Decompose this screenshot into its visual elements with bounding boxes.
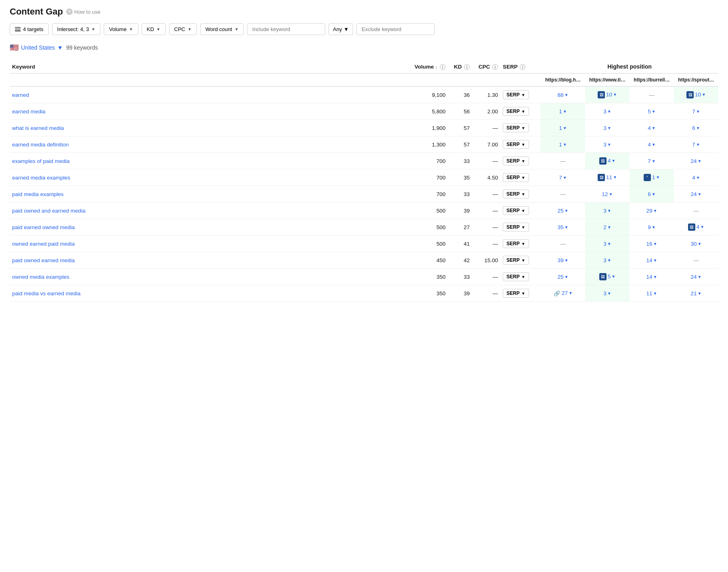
position-value: 3▼ — [603, 257, 611, 263]
position-caret: ▼ — [652, 225, 656, 230]
position-cell: 24▼ — [674, 186, 718, 202]
keyword-link[interactable]: paid media vs earned media — [12, 290, 81, 296]
position-cell: 88▼ — [541, 86, 585, 103]
position-cell: 7▼ — [674, 103, 718, 120]
serp-cell: SERP ▼ — [500, 252, 541, 269]
keyword-link[interactable]: examples of paid media — [12, 158, 70, 164]
how-to-use-link[interactable]: ? How to use — [66, 8, 100, 15]
targets-label: 4 targets — [23, 26, 44, 32]
serp-cell: SERP ▼ — [500, 186, 541, 202]
any-button[interactable]: Any ▼ — [328, 23, 353, 35]
position-value: 6▼ — [648, 191, 655, 197]
keyword-link[interactable]: paid earned owned media — [12, 224, 75, 230]
position-caret: ▼ — [611, 274, 615, 279]
position-value: 29▼ — [646, 208, 657, 214]
keyword-link[interactable]: earned — [12, 92, 29, 98]
cpc-cell: 7.00 — [472, 136, 500, 153]
title-text: Content Gap — [10, 6, 63, 17]
serp-button[interactable]: SERP ▼ — [503, 289, 529, 298]
serp-button[interactable]: SERP ▼ — [503, 190, 529, 198]
table-row: earned media definition1,300577.00SERP ▼… — [10, 136, 718, 153]
word-count-label: Word count — [205, 26, 232, 32]
keyword-link[interactable]: what is earned media — [12, 125, 64, 131]
cpc-cell: — — [472, 186, 500, 202]
url-header-row: https://blog.h… https://www.ti… https://… — [10, 73, 718, 86]
volume-cell: 700 — [412, 169, 448, 186]
serp-button[interactable]: SERP ▼ — [503, 140, 529, 149]
position-caret: ▼ — [652, 159, 656, 163]
serp-button[interactable]: SERP ▼ — [503, 272, 529, 281]
keyword-link[interactable]: owned earned paid media — [12, 241, 75, 247]
serp-button[interactable]: SERP ▼ — [503, 173, 529, 182]
position-caret: ▼ — [653, 242, 657, 246]
serp-button[interactable]: SERP ▼ — [503, 223, 529, 232]
url-header-4: https://sprout… — [674, 73, 718, 86]
position-cell: 🖼10▼ — [585, 86, 630, 103]
serp-cell: SERP ▼ — [500, 202, 541, 219]
include-keyword-input[interactable] — [247, 23, 325, 35]
position-value: 7▼ — [559, 175, 567, 181]
intersect-button[interactable]: Intersect: 4, 3 ▼ — [52, 23, 101, 35]
position-cell: 🖼11▼ — [585, 169, 630, 186]
position-value: 1▼ — [559, 109, 567, 115]
position-value: 4▼ — [697, 224, 704, 230]
position-caret: ▼ — [702, 92, 706, 97]
position-value: 3▼ — [603, 290, 611, 296]
position-caret: ▼ — [696, 142, 700, 147]
volume-label: Volume — [109, 26, 126, 32]
position-caret: ▼ — [653, 275, 657, 279]
kd-cell: 35 — [448, 169, 472, 186]
serp-button[interactable]: SERP ▼ — [503, 256, 529, 265]
kd-info-icon[interactable]: i — [464, 64, 470, 70]
keyword-link[interactable]: earned media definition — [12, 142, 69, 148]
keyword-link[interactable]: paid owned earned media — [12, 257, 75, 263]
position-caret: ▼ — [652, 109, 656, 114]
country-button[interactable]: 🇺🇸 United States ▼ — [10, 43, 63, 52]
table-row: earned media5,800562.00SERP ▼1▼3▼5▼7▼ — [10, 103, 718, 120]
keyword-link[interactable]: earned media examples — [12, 175, 70, 181]
volume-button[interactable]: Volume ▼ — [104, 23, 138, 35]
cpc-info-icon[interactable]: i — [492, 64, 498, 70]
serp-button[interactable]: SERP ▼ — [503, 239, 529, 248]
keyword-link[interactable]: earned media — [12, 109, 46, 115]
serp-cell: SERP ▼ — [500, 86, 541, 103]
position-cell: 3▼ — [585, 103, 630, 120]
keyword-link[interactable]: owned media examples — [12, 274, 69, 280]
serp-button[interactable]: SERP ▼ — [503, 123, 529, 132]
position-cell: 29▼ — [630, 202, 674, 219]
position-caret: ▼ — [653, 258, 657, 263]
position-value: 7▼ — [692, 109, 700, 115]
position-cell: 30▼ — [674, 236, 718, 252]
image-result-icon: 🖼 — [688, 223, 695, 231]
exclude-keyword-input[interactable] — [356, 23, 435, 35]
volume-info-icon[interactable]: i — [440, 64, 446, 70]
volume-col-header[interactable]: Volume ↓ i — [412, 60, 448, 73]
image-result-icon: 🖼 — [599, 273, 607, 280]
kd-button[interactable]: KD ▼ — [142, 23, 166, 35]
position-caret: ▼ — [696, 175, 700, 180]
image-result-icon: 🖼 — [598, 91, 605, 98]
volume-cell: 9,100 — [412, 86, 448, 103]
serp-button[interactable]: SERP ▼ — [503, 157, 529, 165]
serp-info-icon[interactable]: i — [520, 64, 525, 70]
position-value: 24▼ — [691, 274, 702, 280]
help-icon: ? — [66, 8, 73, 15]
position-cell: 24▼ — [674, 269, 718, 285]
position-caret: ▼ — [696, 109, 700, 114]
position-value: 1▼ — [559, 125, 567, 131]
intersect-label: Intersect: 4, 3 — [57, 26, 89, 32]
word-count-button[interactable]: Word count ▼ — [200, 23, 244, 35]
targets-button[interactable]: 4 targets — [10, 23, 49, 35]
keyword-link[interactable]: paid media examples — [12, 191, 64, 197]
position-value: 39▼ — [558, 257, 569, 263]
cpc-button[interactable]: CPC ▼ — [169, 23, 197, 35]
position-caret: ▼ — [652, 142, 656, 147]
position-value: 10▼ — [695, 92, 706, 98]
serp-button[interactable]: SERP ▼ — [503, 90, 529, 99]
serp-button[interactable]: SERP ▼ — [503, 206, 529, 215]
position-cell: — — [674, 202, 718, 219]
serp-button[interactable]: SERP ▼ — [503, 107, 529, 116]
keyword-link[interactable]: paid owned and earned media — [12, 208, 86, 214]
intersect-caret: ▼ — [91, 27, 95, 31]
kd-cell: 36 — [448, 86, 472, 103]
